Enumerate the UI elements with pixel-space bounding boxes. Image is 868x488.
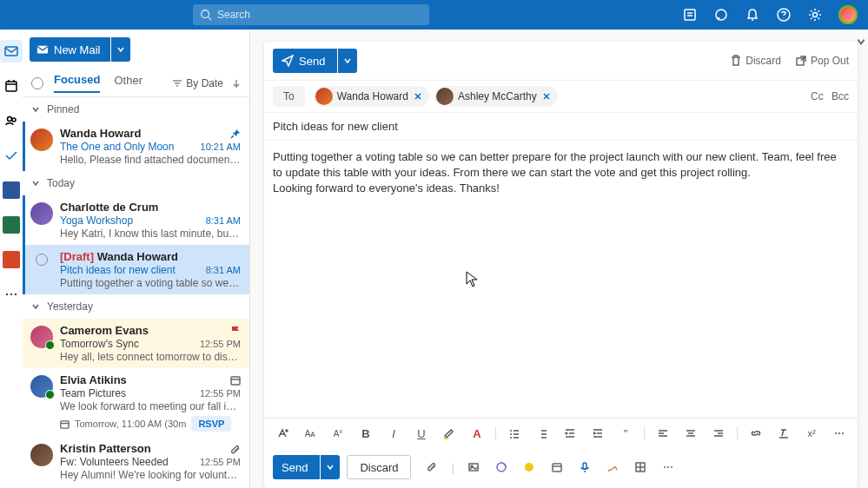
message-item[interactable]: [Draft] Wanda Howard Pitch ideas for new… <box>23 245 249 294</box>
recipient-chip[interactable]: Wanda Howard <box>314 86 429 107</box>
message-preview: We look forward to meeting our fall inte… <box>60 400 241 412</box>
bold-button[interactable]: B <box>356 424 375 443</box>
new-mail-button[interactable]: New Mail <box>30 37 110 62</box>
svg-point-17 <box>6 293 8 295</box>
more-actions-button[interactable] <box>659 458 677 476</box>
pin-icon[interactable] <box>230 129 241 139</box>
numbering-button[interactable] <box>533 424 552 443</box>
section-header-pinned[interactable]: Pinned <box>23 97 249 122</box>
table-button[interactable] <box>632 458 649 476</box>
message-item[interactable]: Camerom Evans Tomorrow's Sync12:55 PM He… <box>23 319 249 368</box>
chevron-down-icon <box>31 105 40 114</box>
tab-other[interactable]: Other <box>114 74 142 92</box>
remove-recipient-button[interactable] <box>412 90 424 102</box>
svg-point-41 <box>510 437 512 439</box>
avatar <box>30 375 53 398</box>
to-field-button[interactable]: To <box>273 86 305 107</box>
filter-icon[interactable] <box>172 78 182 89</box>
svg-point-18 <box>10 293 12 295</box>
compose-body[interactable]: Putting together a voting table so we ca… <box>264 140 858 418</box>
section-header-yesterday[interactable]: Yesterday <box>23 294 249 319</box>
svg-rect-28 <box>61 420 69 427</box>
help-icon[interactable] <box>776 7 792 23</box>
svg-point-64 <box>842 432 844 434</box>
superscript-button[interactable]: x² <box>802 424 821 443</box>
loop-button[interactable] <box>493 458 510 476</box>
svg-point-16 <box>12 118 16 122</box>
highlight-button[interactable] <box>440 424 459 443</box>
compose-pane: Send Discard Pop Out To Wanda Howard <box>250 30 868 488</box>
calendar-insert-button[interactable] <box>548 458 566 476</box>
subject-input[interactable] <box>273 120 849 133</box>
section-header-today[interactable]: Today <box>23 171 249 195</box>
attach-button[interactable] <box>423 458 441 476</box>
indent-button[interactable] <box>588 424 607 443</box>
flag-icon[interactable] <box>230 326 241 336</box>
popout-button[interactable]: Pop Out <box>795 55 849 67</box>
discard-button-top[interactable]: Discard <box>730 55 781 67</box>
emoji-button[interactable] <box>520 458 538 476</box>
nav-powerpoint[interactable] <box>0 248 23 271</box>
svg-rect-26 <box>231 377 240 385</box>
settings-icon[interactable] <box>807 7 823 23</box>
font-button[interactable]: Aᴀ <box>301 424 320 443</box>
nav-word[interactable] <box>0 179 23 201</box>
message-item[interactable]: Kristin Patterson Fw: Volunteers Needed1… <box>23 437 249 486</box>
clear-format-button[interactable] <box>774 424 793 443</box>
account-avatar[interactable] <box>838 5 858 24</box>
dictate-button[interactable] <box>576 458 593 476</box>
nav-people[interactable] <box>0 109 23 132</box>
sort-label[interactable]: By Date <box>186 77 223 89</box>
notifications-icon[interactable] <box>745 7 760 23</box>
svg-point-0 <box>202 10 209 18</box>
send-button-bottom[interactable]: Send <box>273 455 320 479</box>
tab-focused[interactable]: Focused <box>54 73 100 93</box>
chat-icon[interactable] <box>713 7 729 23</box>
discard-button-bottom[interactable]: Discard <box>347 455 411 479</box>
signature-button[interactable] <box>604 458 621 476</box>
cc-button[interactable]: Cc <box>811 90 824 102</box>
bullets-button[interactable] <box>505 424 524 443</box>
text-effects-button[interactable] <box>273 424 292 443</box>
send-button-top[interactable]: Send <box>273 49 337 73</box>
send-split-button-top[interactable] <box>338 49 357 73</box>
insert-picture-button[interactable] <box>465 458 482 476</box>
new-mail-split-button[interactable] <box>111 37 130 62</box>
collapse-ribbon-chevron[interactable] <box>856 36 866 49</box>
font-color-button[interactable]: A <box>467 424 487 443</box>
more-format-button[interactable] <box>830 424 849 443</box>
feed-icon[interactable] <box>682 7 698 23</box>
message-item[interactable]: Elvia Atikins Team Pictures12:55 PM We l… <box>23 368 249 437</box>
nav-todo[interactable] <box>0 144 23 167</box>
message-preview: Putting together a voting table so we ca… <box>60 277 241 289</box>
recipient-chip[interactable]: Ashley McCarthy <box>434 86 558 107</box>
font-size-button[interactable]: A° <box>328 424 348 443</box>
bcc-button[interactable]: Bcc <box>832 90 849 102</box>
message-subject: The One and Only Moon <box>60 141 174 153</box>
outdent-button[interactable] <box>560 424 580 443</box>
align-left-button[interactable] <box>653 424 673 443</box>
align-center-button[interactable] <box>681 424 700 443</box>
quote-button[interactable]: " <box>616 424 635 443</box>
rsvp-button[interactable]: RSVP <box>191 416 231 432</box>
chevron-down-icon <box>31 302 40 311</box>
message-time: 12:55 PM <box>200 388 241 399</box>
message-from: Wanda Howard <box>97 250 178 263</box>
sort-arrow-down-icon[interactable] <box>232 79 241 88</box>
align-right-button[interactable] <box>709 424 728 443</box>
remove-recipient-button[interactable] <box>540 90 553 102</box>
nav-mail[interactable] <box>0 40 23 63</box>
italic-button[interactable]: I <box>384 424 403 443</box>
search-input[interactable]: Search <box>193 4 429 25</box>
message-item[interactable]: Wanda Howard The One and Only Moon10:21 … <box>23 122 249 171</box>
send-split-button-bottom[interactable] <box>321 455 340 479</box>
select-checkbox[interactable] <box>36 254 48 266</box>
message-item[interactable]: Charlotte de Crum Yoga Workshop8:31 AM H… <box>23 195 249 245</box>
nav-more[interactable] <box>0 283 23 306</box>
link-button[interactable] <box>746 424 765 443</box>
select-all-toggle[interactable] <box>31 77 43 89</box>
nav-calendar[interactable] <box>0 75 23 97</box>
nav-excel[interactable] <box>0 214 23 236</box>
message-time: 12:55 PM <box>200 457 241 467</box>
underline-button[interactable]: U <box>412 424 431 443</box>
